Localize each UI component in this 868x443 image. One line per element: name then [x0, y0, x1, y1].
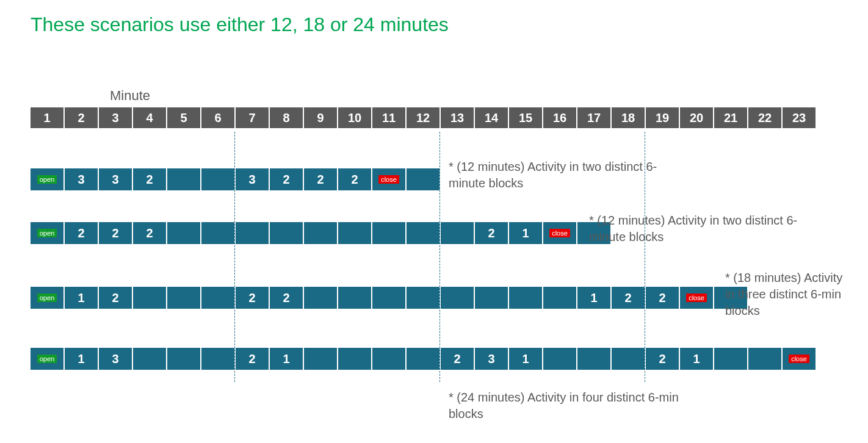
empty-cell [270, 222, 303, 244]
axis-label-minute: Minute [110, 88, 150, 104]
empty-cell [201, 222, 234, 244]
minute-header-row: 1234567891011121314151617181920212223 [31, 107, 824, 128]
empty-cell [304, 222, 337, 244]
close-badge: close [680, 287, 713, 309]
activity-cell: 2 [133, 168, 166, 190]
activity-cell: 2 [65, 222, 98, 244]
empty-cell [372, 287, 405, 309]
minute-header-cell: 18 [612, 107, 645, 128]
activity-cell: 2 [646, 348, 679, 370]
activity-cell: 2 [338, 168, 371, 190]
empty-cell [372, 348, 405, 370]
empty-cell [167, 348, 200, 370]
activity-cell: 2 [612, 287, 645, 309]
activity-cell: 1 [509, 222, 542, 244]
activity-cell: 2 [99, 287, 132, 309]
scenario-note-1: * (12 minutes) Activity in two distinct … [449, 159, 668, 192]
empty-cell [407, 222, 439, 244]
page-title: These scenarios use either 12, 18 or 24 … [31, 13, 449, 36]
activity-cell: 2 [236, 348, 269, 370]
minute-header-cell: 2 [65, 107, 98, 128]
empty-cell [577, 348, 610, 370]
activity-cell: 1 [509, 348, 542, 370]
minute-header-cell: 15 [509, 107, 542, 128]
minute-header-cell: 22 [748, 107, 781, 128]
empty-cell [543, 287, 576, 309]
minute-header-cell: 14 [475, 107, 508, 128]
activity-cell: 2 [475, 222, 508, 244]
close-badge: close [783, 348, 816, 370]
empty-cell [407, 287, 439, 309]
activity-cell: 2 [441, 348, 474, 370]
empty-cell [304, 287, 337, 309]
scenario-row-4: open132123121close [31, 348, 824, 370]
activity-cell: 2 [646, 287, 679, 309]
scenario-row-3: open1222122close [31, 287, 824, 309]
empty-cell [748, 348, 781, 370]
activity-cell: 3 [475, 348, 508, 370]
activity-cell: 1 [680, 348, 713, 370]
open-badge: open [31, 168, 63, 190]
empty-cell [441, 287, 474, 309]
scenario-note-4: * (24 minutes) Activity in four distinct… [449, 389, 681, 422]
minute-header-cell: 9 [304, 107, 337, 128]
empty-cell [236, 222, 269, 244]
activity-cell: 3 [99, 348, 132, 370]
empty-cell [338, 222, 371, 244]
empty-cell [338, 348, 371, 370]
scenario-note-2: * (12 minutes) Activity in two distinct … [589, 212, 833, 245]
activity-cell: 2 [236, 287, 269, 309]
empty-cell [441, 222, 474, 244]
empty-cell [201, 287, 234, 309]
minute-header-cell: 11 [372, 107, 405, 128]
empty-cell [167, 168, 200, 190]
empty-cell [167, 287, 200, 309]
minute-header-cell: 8 [270, 107, 303, 128]
minute-header-cell: 3 [99, 107, 132, 128]
minute-header-cell: 21 [714, 107, 747, 128]
minute-header-cell: 23 [783, 107, 816, 128]
minute-header-cell: 4 [133, 107, 166, 128]
minute-header-cell: 7 [236, 107, 269, 128]
minute-header-cell: 12 [407, 107, 439, 128]
empty-cell [133, 348, 166, 370]
minute-header-cell: 20 [680, 107, 713, 128]
activity-cell: 2 [270, 168, 303, 190]
empty-cell [304, 348, 337, 370]
empty-cell [407, 168, 439, 190]
activity-cell: 1 [270, 348, 303, 370]
empty-cell [133, 287, 166, 309]
open-badge: open [31, 348, 63, 370]
minute-header-cell: 13 [441, 107, 474, 128]
minute-header-cell: 17 [577, 107, 610, 128]
empty-cell [714, 348, 747, 370]
activity-cell: 3 [99, 168, 132, 190]
minute-header-cell: 19 [646, 107, 679, 128]
scenario-note-3: * (18 minutes) Activity in three distinc… [725, 270, 853, 319]
open-badge: open [31, 222, 63, 244]
activity-cell: 3 [65, 168, 98, 190]
activity-cell: 1 [65, 287, 98, 309]
empty-cell [372, 222, 405, 244]
activity-cell: 3 [236, 168, 269, 190]
minute-header-cell: 10 [338, 107, 371, 128]
empty-cell [475, 287, 508, 309]
close-badge: close [372, 168, 405, 190]
close-badge: close [543, 222, 576, 244]
empty-cell [543, 348, 576, 370]
empty-cell [509, 287, 542, 309]
activity-cell: 2 [304, 168, 337, 190]
activity-cell: 2 [270, 287, 303, 309]
scenario-row-1: open3323222close [31, 168, 824, 190]
empty-cell [201, 168, 234, 190]
activity-cell: 1 [577, 287, 610, 309]
empty-cell [201, 348, 234, 370]
empty-cell [338, 287, 371, 309]
empty-cell [167, 222, 200, 244]
activity-cell: 1 [65, 348, 98, 370]
minute-header-cell: 5 [167, 107, 200, 128]
empty-cell [407, 348, 439, 370]
minute-header-cell: 6 [201, 107, 234, 128]
empty-cell [612, 348, 645, 370]
minute-header-cell: 1 [31, 107, 63, 128]
